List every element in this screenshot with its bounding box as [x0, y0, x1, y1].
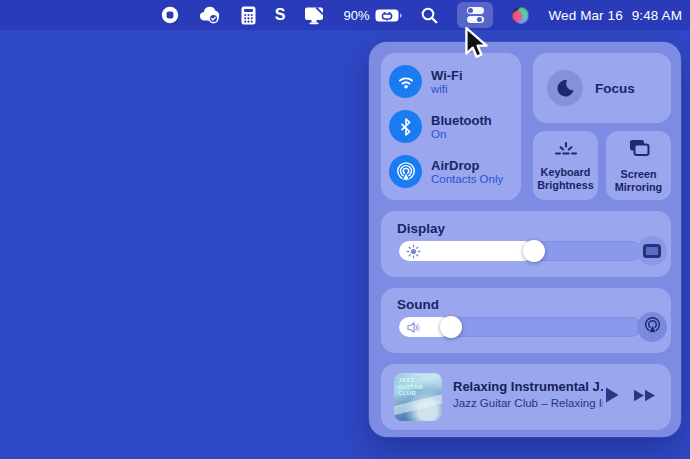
battery-charging-icon — [375, 9, 402, 22]
keyboard-brightness-icon — [553, 140, 579, 161]
display-slider-thumb[interactable] — [523, 240, 545, 262]
clock-menu-item[interactable]: Wed Mar 16 9:48 AM — [548, 0, 682, 30]
battery-percent: 90% — [343, 8, 369, 23]
keyboard-brightness-tile[interactable]: Keyboard Brightness — [533, 131, 598, 200]
calculator-icon[interactable] — [241, 0, 256, 30]
sound-slider-thumb[interactable] — [440, 316, 462, 338]
control-center-panel: Wi-Fi wifi Bluetooth On — [369, 42, 681, 437]
keyboard-brightness-label-line2: Brightness — [537, 179, 593, 192]
record-indicator-icon[interactable] — [161, 0, 179, 30]
stats-icon[interactable]: S — [275, 0, 286, 30]
mouse-cursor — [462, 26, 492, 66]
fast-forward-button[interactable] — [633, 388, 657, 407]
speaker-icon — [406, 320, 421, 339]
bluetooth-icon — [389, 110, 422, 143]
moon-icon — [547, 70, 583, 106]
siri-icon — [512, 7, 529, 24]
sound-title: Sound — [397, 297, 439, 312]
cloud-sync-icon[interactable] — [198, 0, 222, 30]
menu-bar: S 90% We — [0, 0, 690, 30]
track-subtitle: Jazz Guitar Club – Relaxing In… — [453, 397, 603, 409]
sound-output-button[interactable] — [637, 312, 667, 342]
control-center-menu-item[interactable] — [457, 2, 493, 28]
focus-label: Focus — [595, 81, 635, 96]
airdrop-row[interactable]: AirDrop Contacts Only — [389, 155, 513, 188]
wifi-status: wifi — [431, 83, 463, 96]
display-menu-icon[interactable] — [304, 0, 324, 30]
mini-display-icon — [643, 244, 661, 258]
airdrop-icon — [389, 155, 422, 188]
wifi-icon — [389, 65, 422, 98]
track-title: Relaxing Instrumental J… — [453, 379, 603, 394]
wifi-row[interactable]: Wi-Fi wifi — [389, 65, 513, 98]
album-art[interactable]: JAZZGUITARCLUB — [394, 373, 442, 421]
airdrop-label: AirDrop — [431, 158, 503, 173]
airplay-audio-icon — [643, 316, 662, 339]
wifi-label: Wi-Fi — [431, 68, 463, 83]
display-brightness-slider[interactable] — [399, 241, 641, 261]
bluetooth-label: Bluetooth — [431, 113, 492, 128]
screen-mirroring-tile[interactable]: Screen Mirroring — [606, 131, 671, 200]
battery-status[interactable]: 90% — [343, 0, 402, 30]
display-settings-button[interactable] — [637, 236, 667, 266]
display-card: Display — [381, 211, 671, 277]
sound-volume-slider[interactable] — [399, 317, 641, 337]
keyboard-brightness-label-line1: Keyboard — [537, 166, 593, 179]
now-playing-card: JAZZGUITARCLUB Relaxing Instrumental J… … — [381, 364, 671, 430]
bluetooth-status: On — [431, 128, 492, 141]
menubar-date: Wed Mar 16 — [548, 8, 622, 23]
siri-menu-item[interactable] — [512, 0, 529, 30]
control-center-icon — [467, 7, 484, 23]
menubar-time: 9:48 AM — [632, 8, 682, 23]
connectivity-card: Wi-Fi wifi Bluetooth On — [381, 53, 521, 200]
screen-mirroring-icon — [626, 138, 652, 163]
stats-glyph: S — [275, 6, 286, 24]
airdrop-status: Contacts Only — [431, 173, 503, 186]
display-title: Display — [397, 221, 445, 236]
screen-mirroring-label-line2: Mirroring — [615, 181, 662, 194]
brightness-sun-icon — [406, 244, 421, 263]
focus-tile[interactable]: Focus — [533, 53, 671, 123]
play-button[interactable] — [604, 386, 620, 408]
spotlight-search-icon[interactable] — [421, 0, 438, 30]
bluetooth-row[interactable]: Bluetooth On — [389, 110, 513, 143]
sound-card: Sound — [381, 288, 671, 353]
screen-mirroring-label-line1: Screen — [615, 168, 662, 181]
